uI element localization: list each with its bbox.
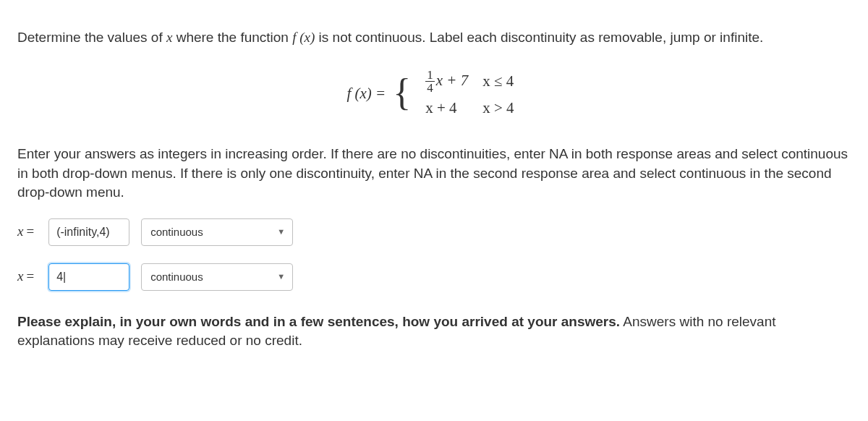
left-brace: { (393, 74, 411, 111)
fraction-num: 1 (425, 69, 435, 82)
answer-row: x= continuous ▼ (17, 218, 851, 246)
explain-prompt: Please explain, in your own words and in… (17, 312, 851, 351)
equation-lhs: f (x) = (346, 83, 386, 104)
piece-row: x + 4 x > 4 (418, 96, 521, 120)
prompt-post: is not continuous. Label each discontinu… (315, 30, 763, 45)
answer-input[interactable]: 4 (48, 263, 129, 291)
label-eq: = (23, 224, 37, 239)
answer-label: x= (17, 267, 37, 286)
input-value: 4 (56, 269, 66, 285)
piece-cond: x > 4 (475, 96, 521, 120)
prompt-mid: where the function (172, 30, 292, 45)
fraction: 1 4 (425, 69, 435, 94)
answer-label: x= (17, 222, 37, 242)
select-value: continuous (150, 269, 203, 284)
piece-cond: x ≤ 4 (475, 68, 521, 96)
piece-expr: 1 4 x + 7 (418, 68, 475, 96)
label-eq: = (23, 268, 37, 284)
chevron-down-icon: ▼ (277, 271, 285, 282)
discontinuity-select[interactable]: continuous ▼ (141, 218, 293, 246)
question-prompt: Determine the values of x where the func… (17, 28, 851, 48)
explain-bold: Please explain, in your own words and in… (17, 314, 620, 329)
piece-tail: x + 7 (435, 72, 469, 89)
select-value: continuous (150, 224, 203, 239)
fraction-den: 4 (425, 82, 435, 94)
discontinuity-select[interactable]: continuous ▼ (141, 263, 293, 291)
piecewise-equation: f (x) = { 1 4 x + 7 x ≤ 4 x + 4 x > 4 (17, 68, 851, 120)
answer-row: x= 4 continuous ▼ (17, 263, 851, 291)
instructions-text: Enter your answers as integers in increa… (17, 145, 851, 203)
answer-input[interactable] (48, 218, 129, 246)
func-fx: f (x) (292, 30, 315, 45)
piece-table: 1 4 x + 7 x ≤ 4 x + 4 x > 4 (418, 68, 521, 120)
chevron-down-icon: ▼ (277, 226, 285, 237)
prompt-pre: Determine the values of (17, 30, 166, 45)
piece-row: 1 4 x + 7 x ≤ 4 (418, 68, 521, 96)
piece-expr: x + 4 (418, 96, 475, 120)
